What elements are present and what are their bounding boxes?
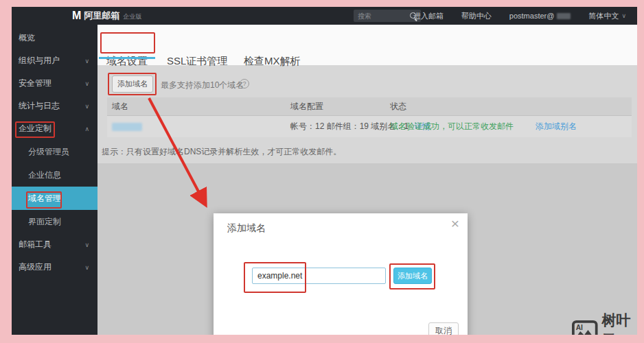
chevron-down-icon: ∨ <box>621 12 626 19</box>
dialog-add-domain-button[interactable]: 添加域名 <box>393 268 432 284</box>
help-center-link[interactable]: 帮助中心 <box>461 11 492 21</box>
enter-mailbox-link[interactable]: 进入邮箱 <box>413 11 444 21</box>
screenshot-frame: M 阿里邮箱 企业版 进入邮箱 帮助中心 postmaster@ 简体中文∨ 概… <box>0 0 644 343</box>
tab-check-mx[interactable]: 检查MX解析 <box>244 55 301 68</box>
tab-ssl-cert[interactable]: SSL证书管理 <box>167 55 227 68</box>
chevron-down-icon: ∨ <box>84 58 89 64</box>
chevron-down-icon: ∨ <box>84 80 89 87</box>
domain-name-redacted <box>112 123 142 131</box>
close-icon[interactable]: × <box>451 216 459 230</box>
sidebar-item-domain-management[interactable]: 域名管理 <box>12 187 97 210</box>
domain-input[interactable] <box>252 268 386 284</box>
add-domain-button[interactable]: 添加域名 <box>112 75 153 93</box>
sidebar-item-org-users[interactable]: 组织与用户∨ <box>12 49 97 72</box>
help-icon[interactable]: ? <box>240 79 249 88</box>
account-domain-redacted <box>557 13 571 19</box>
column-header-domain: 域名 <box>112 97 128 115</box>
sidebar-item-mail-tools[interactable]: 邮箱工具∨ <box>12 233 97 256</box>
account-menu[interactable]: postmaster@ <box>509 12 571 20</box>
sidebar-item-sub-admins[interactable]: 分级管理员 <box>12 140 97 163</box>
sidebar-item-stats-logs[interactable]: 统计与日志∨ <box>12 95 97 117</box>
dns-tip-text: 提示：只有设置好域名DNS记录并解析生效，才可正常收发邮件。 <box>102 146 341 158</box>
sidebar-item-advanced-apps[interactable]: 高级应用∨ <box>12 256 97 279</box>
column-header-config: 域名配置 <box>290 97 323 115</box>
sidebar-item-security[interactable]: 安全管理∨ <box>12 72 97 95</box>
sidebar-item-enterprise-info[interactable]: 企业信息 <box>12 163 97 187</box>
tabbar: 域名设置 SSL证书管理 检查MX解析 <box>97 25 637 65</box>
column-header-status: 状态 <box>390 97 406 115</box>
watermark: AI 树叶云 <box>572 311 637 335</box>
sidebar-item-ui-custom[interactable]: 界面定制 <box>12 210 97 233</box>
add-domain-alias-link[interactable]: 添加域别名 <box>536 116 577 137</box>
search-input[interactable] <box>354 12 409 20</box>
edition-badge: 企业版 <box>123 12 141 21</box>
table-header-row: 域名 域名配置 状态 <box>107 97 632 115</box>
cancel-button[interactable]: 取消 <box>428 322 459 335</box>
admin-console-window: M 阿里邮箱 企业版 进入邮箱 帮助中心 postmaster@ 简体中文∨ 概… <box>12 7 637 335</box>
topbar: M 阿里邮箱 企业版 进入邮箱 帮助中心 postmaster@ 简体中文∨ <box>12 7 637 25</box>
language-selector[interactable]: 简体中文∨ <box>588 11 626 21</box>
watermark-brand: 树叶云 <box>602 311 637 335</box>
dialog-title: 添加域名 <box>227 222 266 235</box>
sidebar: 概览 组织与用户∨ 安全管理∨ 统计与日志∨ 企业定制∧ 分级管理员 企业信息 … <box>12 25 97 335</box>
search-bar <box>354 10 421 22</box>
chevron-down-icon: ∨ <box>84 103 89 110</box>
active-tab-underline <box>99 57 155 59</box>
logo-text: 阿里邮箱 <box>84 10 119 22</box>
status-text: 域名验证成功，可以正常收发邮件 <box>390 116 514 137</box>
sidebar-item-overview[interactable]: 概览 <box>12 27 97 49</box>
chevron-up-icon: ∧ <box>84 126 89 132</box>
table-row: 帐号：12 邮件组：19 域别名：1 详情 域名验证成功，可以正常收发邮件 添加… <box>107 115 632 137</box>
ai-image-icon: AI <box>572 318 598 335</box>
svg-text:AI: AI <box>576 324 583 331</box>
add-domain-dialog: 添加域名 × 添加域名 取消 <box>214 213 468 335</box>
sidebar-item-enterprise-custom[interactable]: 企业定制∧ <box>12 117 97 140</box>
domain-limit-hint: 最多支持添加10个域名 <box>161 80 244 91</box>
logo-m-icon: M <box>72 10 80 21</box>
topbar-menu: 进入邮箱 帮助中心 postmaster@ 简体中文∨ <box>413 7 626 25</box>
domain-cell <box>112 116 142 137</box>
chevron-down-icon: ∨ <box>84 241 89 248</box>
app-logo: M 阿里邮箱 企业版 <box>72 7 141 25</box>
chevron-down-icon: ∨ <box>84 264 89 271</box>
